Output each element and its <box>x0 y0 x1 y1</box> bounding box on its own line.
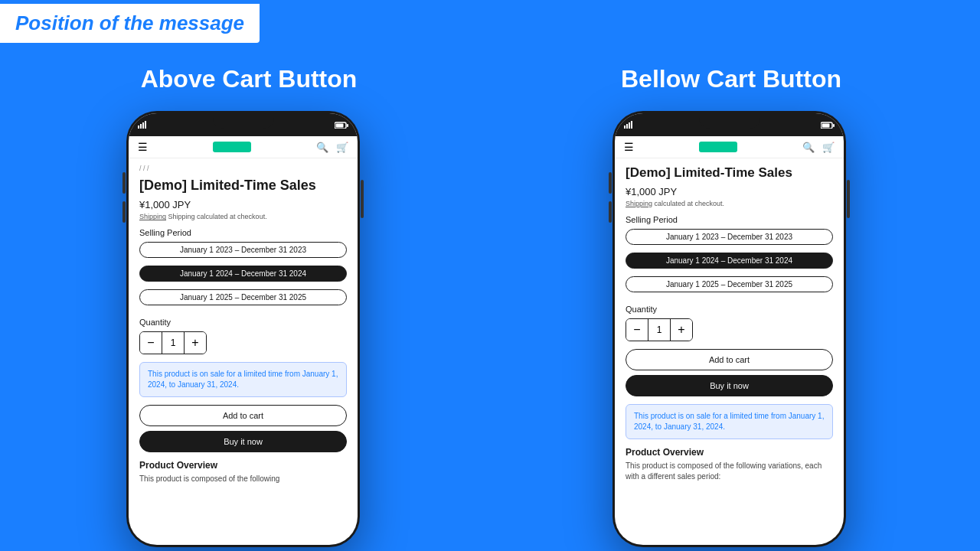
left-selling-period-label: Selling Period <box>139 228 347 237</box>
svg-rect-5 <box>336 124 344 128</box>
right-add-to-cart-button[interactable]: Add to cart <box>626 349 833 370</box>
right-notch-center <box>699 113 760 129</box>
right-price: ¥1,000 JPY <box>626 186 833 197</box>
left-nav-icons: 🔍 🛒 <box>316 142 348 153</box>
right-status-icons <box>335 121 348 129</box>
header-label-text: Position of the message <box>15 11 244 34</box>
svg-rect-9 <box>629 122 630 129</box>
left-breadcrumb: / / / <box>139 165 347 172</box>
right-vol-up-button <box>609 172 612 194</box>
left-phone-content: / / / [Demo] Limited-Time Sales ¥1,000 J… <box>129 158 358 544</box>
right-left-status-icons <box>624 121 633 129</box>
left-phone-wrap: ☰ 🔍 🛒 / / / [Demo] Limited-Time Sales ¥1… <box>126 111 360 547</box>
left-quantity-control: − 1 + <box>139 331 207 354</box>
svg-rect-2 <box>142 122 144 129</box>
left-section-title: Above Cart Button <box>141 65 358 93</box>
power-button <box>361 180 364 218</box>
svg-rect-0 <box>138 126 139 129</box>
right-menu-icon[interactable]: ☰ <box>624 141 634 153</box>
right-cart-icon[interactable]: 🛒 <box>822 142 835 153</box>
left-status-icons <box>138 121 147 129</box>
left-add-to-cart-button[interactable]: Add to cart <box>139 405 347 426</box>
notch-center <box>213 113 274 129</box>
left-notch-bar <box>129 113 358 136</box>
right-variant-2[interactable]: January 1 2025 – December 31 2025 <box>626 276 833 292</box>
right-product-overview-title: Product Overview <box>626 447 833 458</box>
left-phone: ☰ 🔍 🛒 / / / [Demo] Limited-Time Sales ¥1… <box>126 111 360 547</box>
right-qty-plus[interactable]: + <box>671 319 692 341</box>
left-qty-plus[interactable]: + <box>185 332 206 354</box>
right-right-status-icons <box>821 121 835 129</box>
svg-rect-1 <box>140 124 142 129</box>
vol-down-button <box>122 201 126 223</box>
svg-rect-10 <box>631 121 632 129</box>
right-variants-group: January 1 2023 – December 31 2023 Januar… <box>626 229 833 297</box>
svg-rect-6 <box>347 124 348 127</box>
left-menu-icon[interactable]: ☰ <box>138 141 148 153</box>
left-variant-1[interactable]: January 1 2024 – December 31 2024 <box>139 266 347 282</box>
svg-rect-8 <box>626 124 628 129</box>
left-product-overview-text: This product is composed of the followin… <box>139 474 347 484</box>
vol-up-button <box>122 172 126 194</box>
right-phone-wrap: ☰ 🔍 🛒 [Demo] Limited-Time Sales ¥1,000 J… <box>612 111 846 547</box>
right-variant-1[interactable]: January 1 2024 – December 31 2024 <box>626 253 833 269</box>
left-qty-minus[interactable]: − <box>140 332 162 354</box>
left-cart-icon[interactable]: 🛒 <box>336 142 348 153</box>
left-product-overview-title: Product Overview <box>139 460 347 471</box>
svg-rect-7 <box>624 126 626 129</box>
svg-rect-12 <box>822 124 830 128</box>
right-variant-0[interactable]: January 1 2023 – December 31 2023 <box>626 229 833 245</box>
header-label-box: Position of the message <box>0 4 260 43</box>
svg-rect-3 <box>145 121 146 129</box>
left-search-icon[interactable]: 🔍 <box>316 142 328 153</box>
left-variant-2[interactable]: January 1 2025 – December 31 2025 <box>139 289 347 305</box>
left-shipping: Shipping Shipping calculated at checkout… <box>139 213 347 220</box>
left-variants-group: January 1 2023 – December 31 2023 Januar… <box>139 242 347 310</box>
right-store-logo <box>699 142 737 152</box>
left-phone-screen: ☰ 🔍 🛒 / / / [Demo] Limited-Time Sales ¥1… <box>129 113 358 545</box>
right-power-button <box>847 180 850 218</box>
right-section-title: Bellow Cart Button <box>621 65 841 93</box>
right-product-title: [Demo] Limited-Time Sales <box>626 165 833 181</box>
left-quantity-label: Quantity <box>139 318 347 327</box>
right-vol-down-button <box>609 201 612 223</box>
left-phone-nav: ☰ 🔍 🛒 <box>129 136 358 158</box>
right-quantity-label: Quantity <box>626 305 833 314</box>
right-notch-bar <box>615 113 844 136</box>
right-quantity-control: − 1 + <box>626 318 693 341</box>
right-search-icon[interactable]: 🔍 <box>802 142 815 153</box>
right-shipping-link[interactable]: Shipping <box>626 200 652 207</box>
right-selling-period-label: Selling Period <box>626 215 833 224</box>
right-qty-minus[interactable]: − <box>626 319 648 341</box>
left-price: ¥1,000 JPY <box>139 199 347 210</box>
right-nav-icons: 🔍 🛒 <box>802 142 835 153</box>
right-buy-now-button[interactable]: Buy it now <box>626 375 833 396</box>
left-buy-now-button[interactable]: Buy it now <box>139 431 347 452</box>
right-shipping: Shipping calculated at checkout. <box>626 200 833 207</box>
left-product-title: [Demo] Limited-Time Sales <box>139 177 347 194</box>
right-sale-message: This product is on sale for a limited ti… <box>626 404 833 439</box>
left-shipping-link[interactable]: Shipping <box>139 213 166 220</box>
left-store-logo <box>213 142 251 152</box>
right-phone-screen: ☰ 🔍 🛒 [Demo] Limited-Time Sales ¥1,000 J… <box>615 113 844 545</box>
right-phone-nav: ☰ 🔍 🛒 <box>615 136 844 158</box>
right-phone: ☰ 🔍 🛒 [Demo] Limited-Time Sales ¥1,000 J… <box>612 111 846 547</box>
left-qty-value: 1 <box>162 332 185 354</box>
right-qty-value: 1 <box>648 319 671 341</box>
svg-rect-13 <box>833 124 835 127</box>
left-variant-0[interactable]: January 1 2023 – December 31 2023 <box>139 242 347 258</box>
right-phone-content: [Demo] Limited-Time Sales ¥1,000 JPY Shi… <box>615 158 844 544</box>
right-product-overview-text: This product is composed of the followin… <box>626 461 833 482</box>
left-sale-message: This product is on sale for a limited ti… <box>139 362 347 397</box>
